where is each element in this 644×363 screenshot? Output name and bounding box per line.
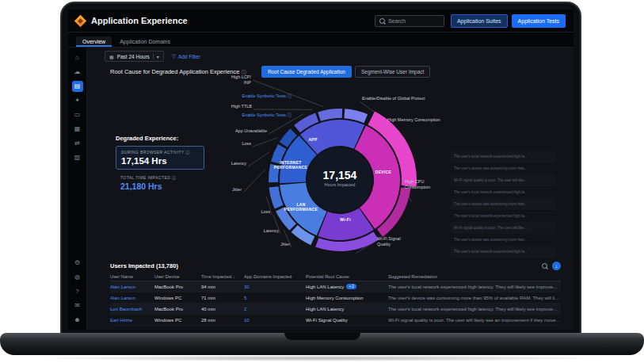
- remediation-cell: The user's local network experienced hig…: [388, 285, 561, 289]
- user-name-cell[interactable]: Lori Baumbach: [110, 307, 151, 311]
- user-device-cell: MacBook Pro: [154, 285, 198, 289]
- side-list-row[interactable]: The user's local network experienced hig…: [451, 151, 555, 162]
- remediation-cell: Wi-Fi signal quality is poor. The user w…: [388, 318, 561, 323]
- column-header-app-domains-impacted[interactable]: App Domains Impacted: [244, 274, 303, 279]
- app-domains-cell[interactable]: 2: [244, 307, 303, 311]
- add-filter-label: Add Filter: [178, 54, 200, 59]
- user-device-cell: Windows PC: [154, 296, 198, 300]
- root-cause-panel: Root Cause for Degraded Application Expe…: [87, 65, 574, 259]
- side-list-row[interactable]: Wi-Fi signal quality is poor. The user w…: [451, 174, 555, 186]
- time-range-dropdown[interactable]: ▦ Past 24 Hours ▾: [105, 51, 164, 62]
- side-list-row[interactable]: The user's device was consuming more tha…: [451, 162, 555, 174]
- feedback-icon[interactable]: ✉: [72, 300, 83, 311]
- user-name-cell[interactable]: Alan Larson: [110, 296, 151, 300]
- root-cause-cell: High LAN Latency: [306, 307, 385, 311]
- sidebar: ⌂☁▤✦▭▦⇄▥⚙◍?✉☻: [68, 48, 87, 330]
- calendar-icon: ▦: [109, 54, 114, 59]
- table-body: Alan LarsonMacBook Pro94 min30High LAN L…: [110, 281, 561, 326]
- segment-label-device: DEVICE: [375, 170, 391, 174]
- search-icon: [379, 18, 385, 24]
- application-tests-button[interactable]: Application Tests: [512, 14, 566, 28]
- download-button[interactable]: ↓: [552, 262, 561, 270]
- main-content: ▦ Past 24 Hours ▾ ▽ Add Filter Root Caus…: [87, 48, 574, 330]
- chart-label-high-cpu-consumption: High CPU Consumption: [405, 179, 443, 190]
- header-buttons: Application SuitesApplication Tests: [451, 14, 566, 28]
- table-row[interactable]: Alan LarsonWindows PC71 min5High Memory …: [110, 292, 561, 304]
- screen: Application Experience Search Applicatio…: [68, 10, 574, 330]
- table-header: User NameUser DeviceTime Impacted↓App Do…: [110, 272, 561, 281]
- column-header-time-impacted[interactable]: Time Impacted↓: [201, 274, 241, 279]
- side-list-row[interactable]: The user's local network experienced hig…: [451, 186, 555, 198]
- app-header: Application Experience Search Applicatio…: [68, 10, 574, 32]
- app-domains-cell[interactable]: 10: [244, 318, 303, 323]
- reports-icon[interactable]: ▥: [72, 152, 83, 163]
- chart-label-app-unavailable: App Unavailable: [235, 128, 267, 134]
- search-input[interactable]: Search: [375, 15, 444, 27]
- user-icon[interactable]: ☻: [72, 315, 83, 326]
- time-range-label: Past 24 Hours: [117, 54, 150, 59]
- leader-line: [248, 151, 270, 166]
- dashboards-icon[interactable]: ▤: [72, 81, 83, 92]
- user-device-cell: MacBook Pro: [154, 307, 198, 311]
- table-row[interactable]: Earl HirtheWindows PC28 min10Wi-Fi Signa…: [110, 315, 561, 326]
- table-row[interactable]: Lori BaumbachMacBook Pro40 min2High LAN …: [110, 304, 561, 315]
- chart-label-enable-synthetic-tests[interactable]: Enable Synthetic Tests ⓘ: [242, 113, 292, 118]
- settings-icon[interactable]: ⚙: [72, 258, 83, 269]
- chart-label-high-ttlb: High TTLB: [231, 104, 252, 109]
- segment-label-lan-performance: LAN PERFORMANCE: [283, 202, 319, 212]
- chart-label-jitter: Jitter: [280, 242, 290, 247]
- network-icon[interactable]: ☁: [72, 67, 83, 78]
- time-impacted-cell: 40 min: [201, 307, 241, 311]
- side-list-row[interactable]: The user's local network experienced hig…: [451, 246, 555, 258]
- chart-label-wi-fi-signal-quality: Wi-Fi Signal Quality: [377, 236, 410, 247]
- column-header-suggested-remediation[interactable]: Suggested Remediation: [388, 274, 561, 279]
- chart-label-latency: Latency: [264, 228, 279, 234]
- side-list-row[interactable]: The user's device was consuming more tha…: [451, 198, 555, 210]
- search-placeholder: Search: [388, 18, 406, 24]
- time-impacted-cell: 28 min: [201, 318, 241, 323]
- chevron-down-icon: ▾: [157, 54, 159, 59]
- table-search-icon[interactable]: [542, 263, 547, 269]
- applications-icon[interactable]: ▦: [72, 124, 83, 135]
- user-name-cell[interactable]: Earl Hirthe: [110, 318, 151, 323]
- home-icon[interactable]: ⌂: [72, 52, 83, 63]
- column-header-user-device[interactable]: User Device: [154, 274, 198, 279]
- chart-label-enable-synthetic-tests[interactable]: Enable Synthetic Tests ⓘ: [242, 94, 292, 99]
- leader-line: [243, 170, 265, 193]
- cause-badge[interactable]: + 2: [346, 284, 356, 289]
- user-name-cell[interactable]: Alan Larson: [110, 285, 151, 289]
- chart-label-loss: Loss: [242, 141, 251, 147]
- column-header-user-name[interactable]: User Name: [110, 274, 151, 279]
- root-cause-cell: Wi-Fi Signal Quality: [306, 318, 385, 323]
- column-header-potential-root-cause[interactable]: Potential Root Cause: [306, 274, 385, 279]
- outer-arc: [318, 109, 342, 121]
- devices-icon[interactable]: ▭: [72, 109, 83, 120]
- tab-overview[interactable]: Overview: [76, 36, 112, 47]
- add-filter-button[interactable]: ▽ Add Filter: [172, 53, 200, 59]
- chart-label-latency: Latency: [231, 161, 246, 166]
- application-suites-button[interactable]: Application Suites: [451, 14, 508, 28]
- root-cause-cell: High Memory Consumption: [306, 296, 385, 300]
- remediation-cell: The user's local network experienced hig…: [388, 307, 561, 311]
- side-list-row[interactable]: The user's local network experienced hig…: [451, 210, 555, 222]
- laptop-notch: [284, 333, 360, 340]
- segment-label-internet-performance: INTERNET PERFORMANCE: [272, 160, 309, 170]
- help-icon[interactable]: ?: [72, 286, 83, 297]
- side-list-row[interactable]: The user's device was consuming more tha…: [451, 234, 555, 246]
- tab-application-domains[interactable]: Application Domains: [113, 36, 177, 47]
- body: ⌂☁▤✦▭▦⇄▥⚙◍?✉☻ ▦ Past 24 Hours ▾ ▽ Add Fi…: [68, 48, 574, 330]
- table-row[interactable]: Alan LarsonMacBook Pro94 min30High LAN L…: [110, 281, 561, 292]
- side-list: The user's local network experienced hig…: [451, 151, 555, 258]
- app-domains-cell[interactable]: 30: [244, 285, 303, 289]
- side-list-row[interactable]: Wi-Fi signal quality is poor. The user w…: [451, 222, 555, 234]
- segment-label-app: APP: [308, 137, 317, 142]
- leader-line: [253, 138, 277, 147]
- app-domains-cell[interactable]: 5: [244, 296, 303, 300]
- chart-label-jitter: Jitter: [232, 187, 242, 193]
- chart-label-loss: Loss: [261, 209, 270, 215]
- time-impacted-cell: 71 min: [201, 296, 241, 300]
- notifications-icon[interactable]: ◍: [72, 272, 83, 283]
- tests-icon[interactable]: ✦: [72, 95, 83, 106]
- compare-icon[interactable]: ⇄: [72, 138, 83, 149]
- tab-bar: OverviewApplication Domains: [68, 32, 574, 48]
